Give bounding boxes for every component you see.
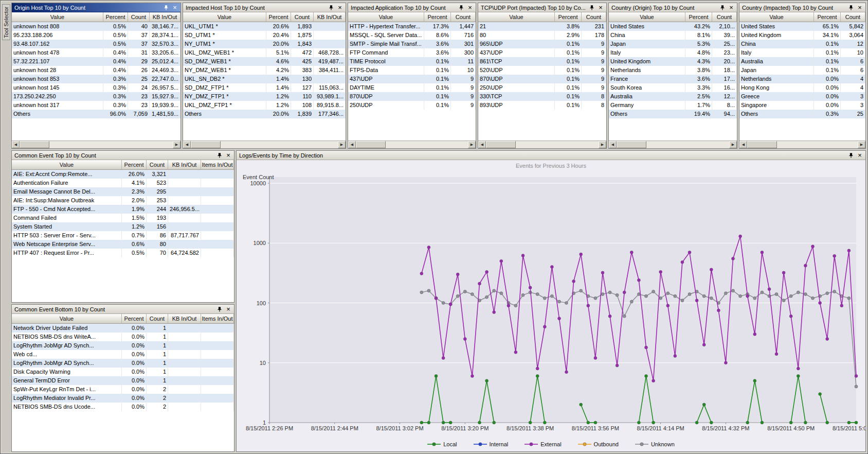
close-icon[interactable]: × <box>856 4 863 11</box>
horizontal-scrollbar[interactable]: ◀ ▶ <box>12 141 180 148</box>
column-header[interactable]: Value <box>739 12 814 22</box>
scroll-left-icon[interactable]: ◀ <box>478 141 486 148</box>
column-header[interactable]: Count <box>582 12 606 22</box>
table-row[interactable]: Italy4.8%23... <box>609 48 737 57</box>
table-row[interactable]: unknown host 8530.3%2522,747.0... <box>12 75 180 83</box>
table-row[interactable]: 330\TCP0.1%8 <box>478 92 606 101</box>
horizontal-scrollbar[interactable]: ◀ ▶ <box>739 141 865 148</box>
table-row[interactable]: SD_DMZ_FTP1 *1.4%127115,063... <box>183 83 346 92</box>
events-time-chart[interactable]: 1101001000100008/15/2011 2:26 PM8/15/201… <box>237 169 865 437</box>
table-row[interactable]: United States43.2%2,10... <box>609 22 737 31</box>
table-row[interactable]: unknown host 280.4%2624,469.3... <box>12 66 180 75</box>
scroll-left-icon[interactable]: ◀ <box>12 141 20 148</box>
table-row[interactable]: unknown host 8080.5%4038,146.7... <box>12 22 180 31</box>
table-row[interactable]: 802.9%178 <box>478 31 606 40</box>
table-row[interactable]: China0.1%12 <box>739 40 865 48</box>
column-header[interactable]: Items In/Out <box>201 160 234 170</box>
column-header[interactable]: Percent <box>122 314 147 324</box>
column-header[interactable]: Percent <box>814 12 841 22</box>
scrollbar-thumb[interactable] <box>356 141 386 148</box>
column-header[interactable]: Percent <box>122 160 147 170</box>
table-row[interactable]: 173.250.242.2500.3%2315,927.9... <box>12 92 180 101</box>
column-header[interactable]: Count <box>291 12 314 22</box>
table-row[interactable]: Netherlands0.0%4 <box>739 75 865 83</box>
close-icon[interactable]: × <box>225 306 232 313</box>
table-row[interactable]: 861\TCP0.1%9 <box>478 57 606 66</box>
table-row[interactable]: General TermDD Error0.0%1 <box>12 376 234 385</box>
table-row[interactable]: Web Netscape Enterprise Serv...0.6%80 <box>12 240 234 249</box>
table-row[interactable]: 870\UDP0.1%9 <box>478 75 606 83</box>
table-row[interactable]: unknown host 3170.3%2319,939.9... <box>12 101 180 110</box>
horizontal-scrollbar[interactable]: ◀ ▶ <box>609 141 737 148</box>
scroll-right-icon[interactable]: ▶ <box>338 141 346 148</box>
table-row[interactable]: NETBIOS SMB-DS dns WriteA...0.0%1 <box>12 333 234 341</box>
scroll-left-icon[interactable]: ◀ <box>739 141 747 148</box>
table-row[interactable]: LogRhythm Mediator Invalid Pr...0.0%2 <box>12 394 234 403</box>
scrollbar-thumb[interactable] <box>747 141 777 148</box>
scroll-right-icon[interactable]: ▶ <box>858 141 865 148</box>
table-row[interactable]: Command Failed1.5%193 <box>12 214 234 222</box>
table-row[interactable]: System Started1.2%156 <box>12 222 234 231</box>
column-header[interactable]: Value <box>12 12 103 22</box>
column-header[interactable]: Value <box>183 12 266 22</box>
table-row[interactable]: Network Driver Update Failed0.0%1 <box>12 324 234 333</box>
scroll-right-icon[interactable]: ▶ <box>468 141 476 148</box>
table-row[interactable]: FTPS-Data0.1%10 <box>348 66 476 75</box>
scroll-left-icon[interactable]: ◀ <box>609 141 617 148</box>
scrollbar-thumb[interactable] <box>617 141 646 148</box>
legend-item[interactable]: Local <box>427 441 457 447</box>
legend-item[interactable]: Unknown <box>635 441 675 447</box>
column-header[interactable]: Count <box>841 12 865 22</box>
table-row[interactable]: AIE: Int:Susp:Malware Outbreak2.0%253 <box>12 196 234 205</box>
legend-item[interactable]: Outbound <box>578 441 619 447</box>
tool-selector-tab[interactable]: Tool Selector <box>2 4 10 40</box>
table-row[interactable]: SD_UTM1 *20.4%1,875 <box>183 31 346 40</box>
table-row[interactable]: SD_DMZ_WEB1 *4.6%425419,487... <box>183 57 346 66</box>
table-row[interactable]: United Kingdom4.3%20... <box>609 57 737 66</box>
horizontal-scrollbar[interactable]: ◀ ▶ <box>183 141 346 148</box>
scroll-right-icon[interactable]: ▶ <box>599 141 606 148</box>
close-icon[interactable]: × <box>336 4 343 11</box>
table-row[interactable]: Greece0.0%3 <box>739 92 865 101</box>
table-row[interactable]: UKL_SN_DB2 *1.4%130 <box>183 75 346 83</box>
column-header[interactable]: KB In/Out <box>314 12 346 22</box>
table-row[interactable]: HTTP 503 : Server Error - Serv...0.7%868… <box>12 231 234 240</box>
table-row[interactable]: FTP - 550 - Cmd Not Accepted...1.9%24424… <box>12 205 234 214</box>
column-header[interactable]: Percent <box>555 12 582 22</box>
table-row[interactable]: 93.48.107.1620.5%3732,570.3... <box>12 40 180 48</box>
close-icon[interactable]: × <box>597 4 604 11</box>
table-row[interactable]: Japan0.1%6 <box>739 66 865 75</box>
table-row[interactable]: Singapore0.0%3 <box>739 101 865 110</box>
scroll-right-icon[interactable]: ▶ <box>729 141 737 148</box>
table-row[interactable]: NETBIOS SMB-DS dns Ucode...0.0%2 <box>12 403 234 411</box>
close-icon[interactable]: × <box>728 4 735 11</box>
table-row[interactable]: 250\UDP0.1%9 <box>348 101 476 110</box>
table-row[interactable]: UKL_DMZ_WEB1 *5.1%472468,728... <box>183 48 346 57</box>
table-row[interactable]: 870\UDP0.1%9 <box>348 92 476 101</box>
table-row[interactable]: France3.6%17... <box>609 75 737 83</box>
table-row[interactable]: UKL_UTM1 *20.6%1,893 <box>183 22 346 31</box>
column-header[interactable]: Percent <box>685 12 712 22</box>
table-row[interactable]: NY_DMZ_FTP1 *1.2%11093,989.1... <box>183 92 346 101</box>
table-row[interactable]: NY_UTM1 *20.0%1,843 <box>183 40 346 48</box>
column-header[interactable]: Value <box>12 160 122 170</box>
table-row[interactable]: Japan5.3%25... <box>609 40 737 48</box>
table-row[interactable]: 437\UDP0.1%9 <box>478 48 606 57</box>
column-header[interactable]: KB In/Out <box>168 160 201 170</box>
horizontal-scrollbar[interactable]: ◀ ▶ <box>348 141 476 148</box>
pin-icon[interactable] <box>216 306 223 313</box>
close-icon[interactable]: × <box>856 152 863 159</box>
pin-icon[interactable] <box>847 4 855 11</box>
column-header[interactable]: Percent <box>103 12 128 22</box>
table-row[interactable]: Italy0.1%10 <box>739 48 865 57</box>
scrollbar-thumb[interactable] <box>486 141 516 148</box>
scroll-right-icon[interactable]: ▶ <box>173 141 180 148</box>
table-row[interactable]: HTTP 407 : Request Error - Pr...0.5%7064… <box>12 249 234 257</box>
table-row[interactable]: Web cd...0.0%1 <box>12 350 234 359</box>
pin-icon[interactable] <box>216 152 223 159</box>
table-row[interactable]: Others0.3%25 <box>739 110 865 118</box>
pin-icon[interactable] <box>588 4 595 11</box>
scrollbar-thumb[interactable] <box>20 141 49 148</box>
table-row[interactable]: 965\UDP0.1%9 <box>478 40 606 48</box>
column-header[interactable]: Items In/Out <box>201 314 234 324</box>
